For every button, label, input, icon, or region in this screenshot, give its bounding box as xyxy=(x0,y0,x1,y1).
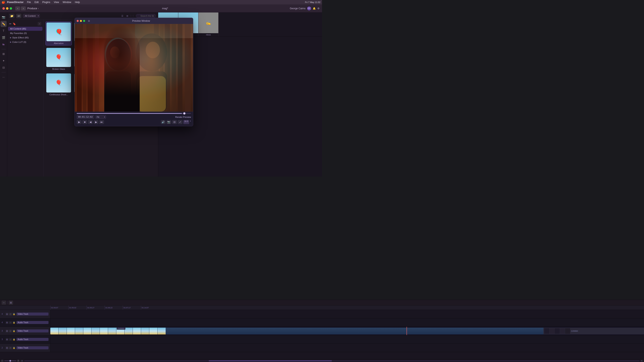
sidebar-collapse-button[interactable]: ‹ xyxy=(38,22,41,25)
timecode-display: 00:01:12:02 xyxy=(77,115,94,119)
content-filter-wrapper: All Content Video Audio Image ▾ xyxy=(23,14,40,18)
playback-controls: ▶ ■ ◀ ▶ ⏭ xyxy=(77,120,104,124)
color-lut-label: Color LUT (0) xyxy=(12,41,26,43)
filter-color-lut[interactable]: ▶ Color LUT (0) xyxy=(8,40,42,44)
fit-select-wrapper: Fit 100% 50% ▾ xyxy=(96,115,106,119)
audio-icon[interactable]: 🔊 xyxy=(161,120,166,124)
produce-tab[interactable]: Produce › xyxy=(27,7,39,10)
snapshot-icon[interactable]: 📷 xyxy=(166,120,171,124)
resolution-dropdown-arrow[interactable]: ▾ xyxy=(190,120,191,124)
preview-title-text: Preview Window xyxy=(91,19,191,22)
window-close[interactable] xyxy=(2,7,5,10)
tool-particle[interactable]: ✦ xyxy=(0,58,7,64)
preview-title-bar: ⊠ Preview Window xyxy=(75,18,193,24)
app-name: PowerDirector xyxy=(7,1,24,3)
filter-all-content[interactable]: All Content (85) xyxy=(8,27,42,31)
preview-close[interactable] xyxy=(77,20,79,22)
search-wrapper: 🔍 xyxy=(136,14,156,18)
list-view-button[interactable]: ☰ xyxy=(120,14,124,18)
menu-datetime: Fri 7 May 11:02 xyxy=(305,1,320,3)
apple-menu[interactable]: 🍎 xyxy=(2,0,5,4)
tool-effects[interactable]: ✏️ xyxy=(0,21,7,27)
preview-window: ⊠ Preview Window xyxy=(74,18,193,126)
filter-style-effect[interactable]: ▶ Style Effect (85) xyxy=(8,35,42,40)
preview-expand-icon[interactable]: ⊠ xyxy=(88,19,90,22)
preview-video-frame xyxy=(75,24,193,112)
preview-right-icons: 🔊 📷 ⊟ ⤢ 16:9 ▾ xyxy=(161,120,191,124)
menu-bar-right: Fri 7 May 11:02 xyxy=(305,1,320,3)
effect-brokenglass[interactable]: 🎈 Broken Glass xyxy=(46,47,72,71)
menu-help[interactable]: Help xyxy=(74,1,81,3)
rewind-button[interactable]: ◀ xyxy=(88,120,93,124)
svg-rect-19 xyxy=(106,71,131,112)
right-thumb-img-2: ✍ xyxy=(198,12,218,33)
skip-forward-button[interactable]: ⏭ xyxy=(99,120,104,124)
timeline-progress xyxy=(77,113,182,114)
nav-forward-button[interactable]: › xyxy=(21,6,26,10)
right-thumb-label-2: nboss xyxy=(198,33,218,36)
menu-window[interactable]: Window xyxy=(61,1,73,3)
preview-bottom-row: 00:01:12:02 Fit 100% 50% ▾ Render Previe… xyxy=(77,115,191,119)
notif-icon[interactable]: 🔔 xyxy=(313,7,316,10)
preview-minimize[interactable] xyxy=(80,20,82,22)
tool-media[interactable]: 📷 xyxy=(0,14,7,20)
window-minimize[interactable] xyxy=(6,7,8,10)
fast-forward-button[interactable]: ▶ xyxy=(94,120,98,124)
menu-plugins[interactable]: Plugins xyxy=(41,1,52,3)
content-filter-select[interactable]: All Content Video Audio Image xyxy=(23,14,40,18)
svg-point-14 xyxy=(106,38,132,71)
effect-continuous-shoot[interactable]: 🎈 Continuous Shoot... xyxy=(46,73,72,96)
preview-maximize[interactable] xyxy=(83,20,85,22)
style-effect-label: Style Effect (85) xyxy=(12,36,29,39)
produce-arrow: › xyxy=(38,7,39,10)
title-right: George Cairns GC 🔔 ⚙ xyxy=(290,6,320,10)
render-preview-button[interactable]: Render Preview xyxy=(175,116,191,118)
tool-correction[interactable]: ⊟ xyxy=(0,64,7,71)
large-grid-view-button[interactable]: ⋮⋮ xyxy=(130,14,134,18)
stop-button[interactable]: ■ xyxy=(82,120,87,124)
playback-row: ▶ ■ ◀ ▶ ⏭ 🔊 📷 ⊟ ⤢ 16:9 ▾ xyxy=(77,120,191,124)
play-button[interactable]: ▶ xyxy=(77,120,82,124)
svg-point-16 xyxy=(105,38,131,71)
tool-fx[interactable]: fx xyxy=(0,41,7,47)
preview-timeline-bar[interactable] xyxy=(77,113,191,114)
aspect-icon[interactable]: ⊟ xyxy=(172,120,177,124)
tool-more[interactable]: ··· xyxy=(0,74,7,80)
menu-view[interactable]: View xyxy=(52,1,60,3)
svg-rect-15 xyxy=(106,71,132,112)
window-maximize[interactable] xyxy=(10,7,12,10)
effect-thumb-brokenglass: 🎈 xyxy=(46,48,71,67)
menu-file[interactable]: File xyxy=(26,1,32,3)
effect-label-continuous: Continuous Shoot... xyxy=(50,93,68,96)
menu-edit[interactable]: Edit xyxy=(33,1,40,3)
tool-text[interactable]: T xyxy=(0,28,7,34)
effect-label-aberration: Aberration xyxy=(54,42,64,44)
svg-point-18 xyxy=(106,39,131,71)
search-input[interactable] xyxy=(136,14,156,18)
nav-back-button[interactable]: ‹ xyxy=(15,6,20,10)
filter-icon-1[interactable]: ✏ xyxy=(9,22,12,25)
user-avatar[interactable]: GC xyxy=(307,6,311,10)
preview-content xyxy=(75,24,193,112)
fullscreen-icon[interactable]: ⤢ xyxy=(178,120,182,124)
produce-label: Produce xyxy=(27,7,37,10)
effect-aberration[interactable]: Aberration xyxy=(46,21,72,45)
settings-icon[interactable]: ⚙ xyxy=(317,7,320,10)
traffic-lights xyxy=(2,7,12,10)
fit-select[interactable]: Fit 100% 50% xyxy=(96,115,106,119)
title-bar: ‹ › Produce › mag* George Cairns GC 🔔 ⚙ xyxy=(0,4,322,12)
timeline-thumb[interactable] xyxy=(183,112,185,114)
filter-header: ✏ 🔖 ‹ xyxy=(8,21,42,26)
style-effect-arrow: ▶ xyxy=(10,37,12,39)
username: George Cairns xyxy=(290,7,306,10)
right-thumb-2[interactable]: ✍ nboss xyxy=(198,12,218,36)
tool-overlay[interactable]: 🎬 xyxy=(0,34,7,41)
tag-button[interactable]: 🏷 xyxy=(16,14,21,18)
tool-pip[interactable]: ⊞ xyxy=(0,51,7,57)
filter-icon-2[interactable]: 🔖 xyxy=(13,22,16,25)
grid-view-button[interactable]: ⊞ xyxy=(125,14,130,18)
filter-my-favorites[interactable]: My Favorites (0) xyxy=(8,31,42,35)
left-sidebar: 📷 ✏️ T 🎬 fx ⊞ ✦ ⊟ ··· xyxy=(0,12,7,177)
import-media-button[interactable]: 📁 xyxy=(9,14,14,18)
svg-point-20 xyxy=(110,46,120,58)
